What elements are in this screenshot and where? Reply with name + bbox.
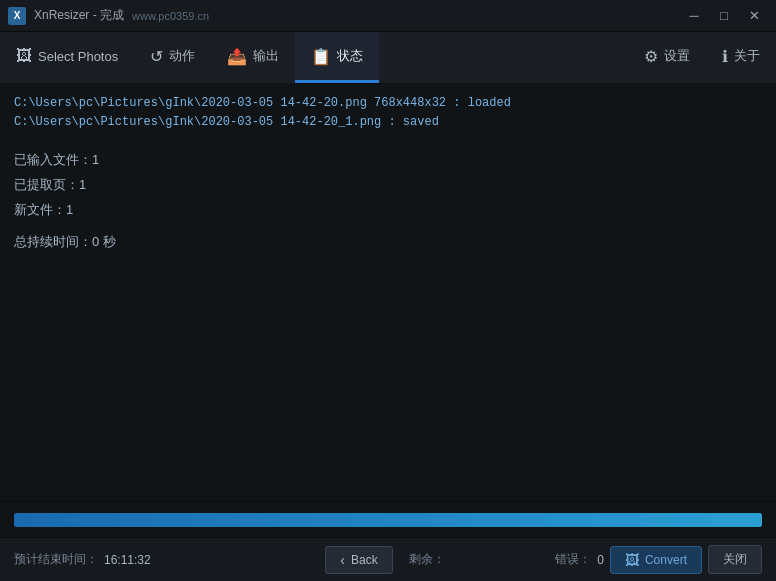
status-label: 状态 (337, 47, 363, 65)
select-photos-icon: 🖼 (16, 47, 32, 65)
footer: 预计结束时间： 16:11:32 ‹ Back 剩余： 错误： 0 🖼 Conv… (0, 537, 776, 581)
convert-icon: 🖼 (625, 552, 639, 568)
footer-right: 错误： 0 🖼 Convert 关闭 (513, 545, 762, 574)
error-label: 错误： (555, 551, 591, 568)
about-icon: ℹ (722, 47, 728, 66)
close-label: 关闭 (723, 551, 747, 568)
select-photos-label: Select Photos (38, 49, 118, 64)
app-icon: X (8, 7, 26, 25)
status-icon: 📋 (311, 47, 331, 66)
new-files-label: 新文件： (14, 202, 66, 217)
close-window-button[interactable]: ✕ (740, 5, 768, 27)
actions-label: 动作 (169, 47, 195, 65)
status-button[interactable]: 📋 状态 (295, 32, 379, 83)
processed-pages-value: 1 (79, 177, 86, 192)
error-value: 0 (597, 553, 604, 567)
output-button[interactable]: 📤 输出 (211, 32, 295, 83)
convert-label: Convert (645, 553, 687, 567)
title-bar-left: X XnResizer - 完成 www.pc0359.cn (8, 7, 209, 25)
close-button[interactable]: 关闭 (708, 545, 762, 574)
title-bar-controls: ─ □ ✕ (680, 5, 768, 27)
toolbar-spacer (379, 32, 628, 83)
total-time-value: 0 秒 (92, 234, 116, 249)
minimize-button[interactable]: ─ (680, 5, 708, 27)
progress-area (0, 501, 776, 537)
actions-icon: ↺ (150, 47, 163, 66)
settings-icon: ⚙ (644, 47, 658, 66)
footer-info: 预计结束时间： 16:11:32 (14, 551, 263, 568)
estimated-end-label: 预计结束时间： (14, 551, 98, 568)
input-files-label: 已输入文件： (14, 152, 92, 167)
new-files-line: 新文件：1 (14, 198, 762, 223)
processed-pages-line: 已提取页：1 (14, 173, 762, 198)
toolbar: 🖼 Select Photos ↺ 动作 📤 输出 📋 状态 ⚙ 设置 ℹ 关于 (0, 32, 776, 84)
back-label: Back (351, 553, 378, 567)
estimated-end-value: 16:11:32 (104, 553, 151, 567)
watermark: www.pc0359.cn (132, 10, 209, 22)
output-label: 输出 (253, 47, 279, 65)
progress-bar-fill (14, 513, 762, 527)
settings-button[interactable]: ⚙ 设置 (628, 32, 706, 83)
back-icon: ‹ (340, 552, 345, 568)
about-label: 关于 (734, 47, 760, 65)
processed-pages-label: 已提取页： (14, 177, 79, 192)
settings-label: 设置 (664, 47, 690, 65)
output-icon: 📤 (227, 47, 247, 66)
toolbar-right: ⚙ 设置 ℹ 关于 (628, 32, 776, 83)
about-button[interactable]: ℹ 关于 (706, 32, 776, 83)
status-section: 已输入文件：1 已提取页：1 新文件：1 总持续时间：0 秒 (14, 148, 762, 255)
progress-bar-track (14, 513, 762, 527)
back-button[interactable]: ‹ Back (325, 546, 392, 574)
convert-button[interactable]: 🖼 Convert (610, 546, 702, 574)
main-content: C:\Users\pc\Pictures\gInk\2020-03-05 14-… (0, 84, 776, 501)
log-line-1: C:\Users\pc\Pictures\gInk\2020-03-05 14-… (14, 94, 762, 113)
remaining-label: 剩余： (409, 551, 445, 568)
log-line-2: C:\Users\pc\Pictures\gInk\2020-03-05 14-… (14, 113, 762, 132)
input-files-value: 1 (92, 152, 99, 167)
actions-button[interactable]: ↺ 动作 (134, 32, 211, 83)
select-photos-button[interactable]: 🖼 Select Photos (0, 32, 134, 83)
total-time-line: 总持续时间：0 秒 (14, 230, 762, 255)
title-bar: X XnResizer - 完成 www.pc0359.cn ─ □ ✕ (0, 0, 776, 32)
window-title: XnResizer - 完成 (34, 7, 124, 24)
new-files-value: 1 (66, 202, 73, 217)
total-time-label: 总持续时间： (14, 234, 92, 249)
input-files-line: 已输入文件：1 (14, 148, 762, 173)
maximize-button[interactable]: □ (710, 5, 738, 27)
